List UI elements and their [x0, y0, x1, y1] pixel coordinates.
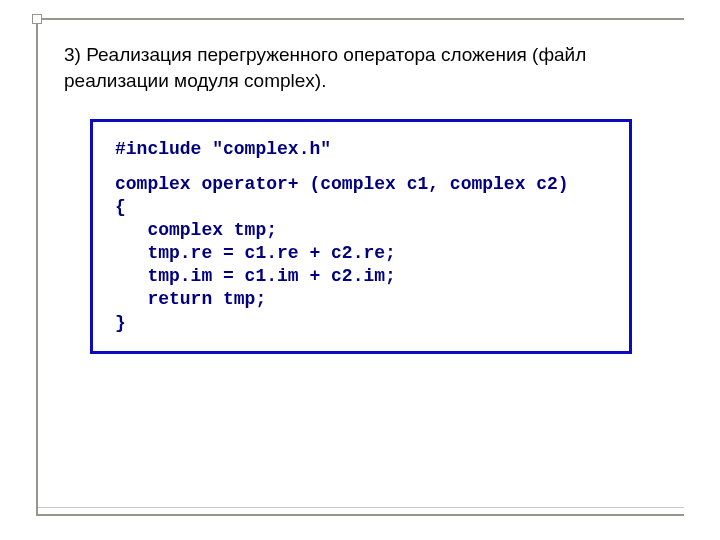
code-line: {: [115, 196, 607, 219]
code-line: return tmp;: [115, 288, 607, 311]
code-line: tmp.re = c1.re + c2.re;: [115, 242, 607, 265]
code-line: }: [115, 312, 607, 335]
slide-frame: 3) Реализация перегруженного оператора с…: [36, 18, 684, 516]
code-line: complex operator+ (complex c1, complex c…: [115, 173, 607, 196]
bottom-inner-line: [38, 507, 684, 508]
code-line: complex tmp;: [115, 219, 607, 242]
slide-title: 3) Реализация перегруженного оператора с…: [64, 42, 658, 93]
code-line: #include "complex.h": [115, 138, 607, 161]
code-box: #include "complex.h" complex operator+ (…: [90, 119, 632, 353]
code-line: tmp.im = c1.im + c2.im;: [115, 265, 607, 288]
slide-content: 3) Реализация перегруженного оператора с…: [38, 20, 684, 354]
corner-decoration: [32, 14, 42, 24]
code-gap: [115, 161, 607, 173]
